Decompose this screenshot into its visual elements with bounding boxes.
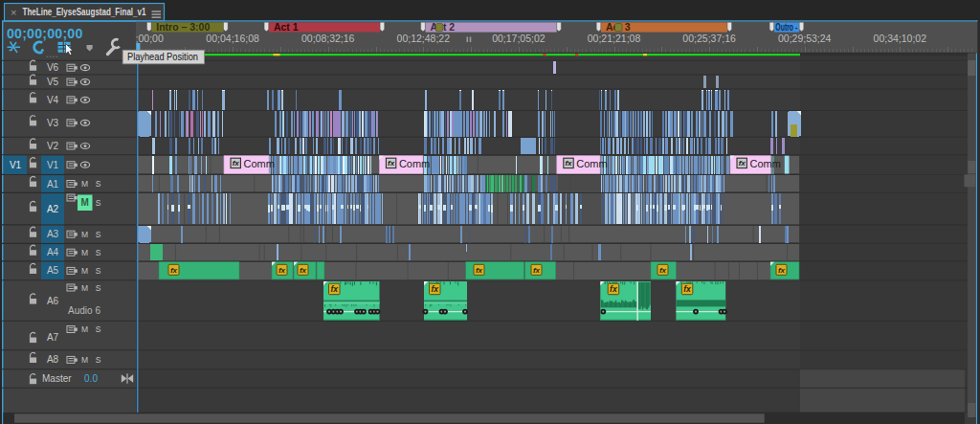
svg-text:fx: fx — [659, 266, 667, 275]
svg-text:fx: fx — [233, 159, 240, 167]
svg-text:fx: fx — [388, 159, 395, 167]
svg-text:00;04;16;08: 00;04;16;08 — [206, 33, 259, 44]
svg-text:0.0: 0.0 — [84, 373, 98, 384]
svg-text:M: M — [81, 266, 88, 276]
svg-text:00;34;10;02: 00;34;10;02 — [874, 33, 927, 44]
svg-text:TheLine_ElyseSaugstad_Final_v1: TheLine_ElyseSaugstad_Final_v1 — [23, 6, 146, 17]
svg-text:Comm: Comm — [399, 158, 430, 169]
svg-text:fx: fx — [431, 284, 439, 294]
svg-text:00;29;53;24: 00;29;53;24 — [778, 33, 832, 44]
svg-text:Comm: Comm — [750, 158, 781, 169]
svg-text:A8: A8 — [47, 354, 59, 365]
svg-text:A5: A5 — [47, 265, 59, 276]
svg-text:Intro – 3:00: Intro – 3:00 — [156, 21, 210, 33]
svg-text:M: M — [81, 230, 88, 239]
svg-text:V4: V4 — [47, 95, 59, 105]
svg-text:Comm: Comm — [244, 158, 275, 169]
svg-text:Playhead Position: Playhead Position — [127, 51, 198, 62]
svg-text:V6: V6 — [47, 62, 59, 73]
svg-text:V2: V2 — [47, 141, 59, 151]
svg-text:fx: fx — [330, 284, 339, 294]
svg-text:S: S — [96, 230, 101, 239]
svg-text:S: S — [96, 266, 101, 276]
svg-text:M: M — [81, 197, 89, 208]
svg-text:S: S — [96, 179, 101, 189]
svg-text:fx: fx — [565, 159, 572, 167]
svg-text:00;00;00;00: 00;00;00;00 — [7, 26, 83, 41]
svg-text:×: × — [11, 7, 16, 18]
svg-text:V5: V5 — [47, 77, 59, 87]
svg-text:Audio 6: Audio 6 — [68, 305, 100, 316]
svg-text:Act 1: Act 1 — [274, 21, 299, 33]
svg-text:fx: fx — [778, 266, 786, 275]
svg-text:00;08;32;16: 00;08;32;16 — [301, 33, 355, 44]
svg-text:M: M — [81, 248, 88, 257]
svg-text:Comm: Comm — [576, 158, 607, 169]
svg-text:fx: fx — [739, 159, 746, 167]
svg-text:fx: fx — [300, 266, 307, 275]
svg-text:;00;00: ;00;00 — [136, 33, 164, 44]
svg-text:A2: A2 — [47, 204, 59, 214]
svg-text:M: M — [81, 324, 88, 334]
svg-text:fx: fx — [533, 266, 541, 275]
svg-text:Outro -: Outro - — [775, 21, 797, 33]
svg-text:S: S — [96, 355, 101, 365]
svg-text:A6: A6 — [47, 296, 59, 306]
svg-text:00;21;21;08: 00;21;21;08 — [588, 33, 641, 44]
svg-text:fx: fx — [683, 284, 692, 294]
svg-text:00;12;48;22: 00;12;48;22 — [397, 33, 451, 44]
svg-text:fx: fx — [170, 266, 178, 275]
svg-text:V3: V3 — [47, 118, 59, 128]
svg-text:00;25;37;16: 00;25;37;16 — [682, 33, 736, 44]
svg-text:V1: V1 — [10, 160, 22, 170]
svg-text:S: S — [96, 324, 101, 334]
svg-text:M: M — [81, 355, 88, 365]
svg-text:A3: A3 — [47, 229, 59, 239]
svg-text:V1: V1 — [47, 160, 59, 170]
svg-text:A1: A1 — [47, 179, 59, 190]
svg-text:S: S — [96, 248, 101, 257]
svg-text:S: S — [96, 198, 101, 208]
svg-text:A4: A4 — [47, 247, 59, 257]
svg-text:S: S — [96, 283, 101, 293]
svg-text:M: M — [81, 283, 88, 293]
svg-text:Master: Master — [42, 373, 72, 384]
svg-text:00;17;05;02: 00;17;05;02 — [492, 33, 546, 44]
svg-text:M: M — [81, 179, 88, 189]
svg-text:fx: fx — [610, 284, 618, 294]
svg-text:A7: A7 — [47, 332, 59, 343]
svg-text:fx: fx — [476, 266, 483, 275]
svg-text:fx: fx — [278, 266, 286, 275]
